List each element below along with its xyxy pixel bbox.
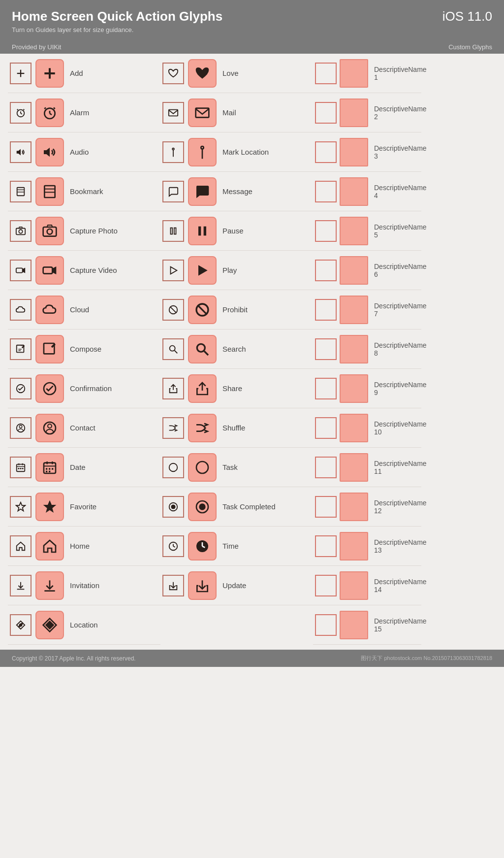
pause-label: Pause <box>222 227 244 235</box>
audio-label: Audio <box>70 148 89 156</box>
custom-sq-large-1 <box>340 59 368 88</box>
date-label: Date <box>70 463 86 471</box>
contact-icon-large <box>35 414 64 442</box>
svg-marker-62 <box>17 621 25 629</box>
prohibit-label: Prohibit <box>222 305 248 314</box>
custom-row-13: DescriptiveName 13 <box>313 527 421 566</box>
alarm-icon-large <box>35 99 64 127</box>
svg-marker-27 <box>23 267 25 273</box>
mark-location-label: Mark Location <box>222 148 269 156</box>
svg-point-23 <box>19 230 22 233</box>
location-icon-large <box>35 611 64 639</box>
svg-line-8 <box>24 109 25 110</box>
contact-icon-small <box>10 417 32 439</box>
mail-label: Mail <box>222 108 236 117</box>
play-icon-large <box>188 256 217 285</box>
header-subtitle: Turn on Guides layer set for size guidan… <box>12 26 492 33</box>
svg-point-79 <box>170 345 175 351</box>
glyph-row-date: Date <box>8 448 160 487</box>
home-icon-large <box>35 532 64 561</box>
glyph-row-compose: Compose <box>8 330 160 369</box>
svg-rect-56 <box>49 470 50 472</box>
custom-sq-large-8 <box>340 335 368 363</box>
custom-sq-large-2 <box>340 99 368 127</box>
glyph-row-mail: Mail <box>160 93 313 132</box>
custom-label-14: DescriptiveName 14 <box>374 578 427 594</box>
time-icon-large <box>188 532 217 561</box>
pause-icon-small <box>162 220 184 242</box>
invitation-icon-small <box>10 575 32 596</box>
confirmation-label: Confirmation <box>70 384 112 393</box>
glyph-row-share: Share <box>160 369 313 408</box>
custom-sq-small-1 <box>315 63 337 84</box>
svg-rect-45 <box>18 467 20 469</box>
share-icon-small <box>162 378 184 399</box>
svg-rect-72 <box>204 226 206 235</box>
custom-sq-small-9 <box>315 378 337 399</box>
svg-marker-58 <box>43 500 57 512</box>
custom-sq-large-13 <box>340 532 368 561</box>
custom-glyph-column: DescriptiveName 1 DescriptiveName 2 Desc… <box>313 54 421 645</box>
custom-sq-small-3 <box>315 141 337 163</box>
bookmark-label: Bookmark <box>70 187 103 196</box>
provided-by-label: Provided by UIKit <box>12 43 61 51</box>
glyph-row-play: Play <box>160 251 313 290</box>
home-label: Home <box>70 542 90 550</box>
glyph-row-time: Time <box>160 527 313 566</box>
svg-line-80 <box>175 350 178 353</box>
custom-row-1: DescriptiveName 1 <box>313 54 421 93</box>
date-icon-large <box>35 453 64 482</box>
svg-line-12 <box>44 107 46 109</box>
add-icon-large <box>35 59 64 88</box>
custom-row-10: DescriptiveName 10 <box>313 408 421 448</box>
svg-point-86 <box>171 504 175 509</box>
custom-sq-small-5 <box>315 220 337 242</box>
svg-marker-74 <box>198 265 208 275</box>
update-icon-large <box>188 571 217 600</box>
prohibit-icon-small <box>162 299 184 321</box>
custom-sq-small-7 <box>315 299 337 321</box>
task-label: Task <box>222 463 238 471</box>
confirmation-icon-small <box>10 378 32 399</box>
custom-sq-small-2 <box>315 102 337 124</box>
audio-icon-small <box>10 141 32 163</box>
confirmation-icon-large <box>35 374 64 403</box>
glyph-row-invitation: Invitation <box>8 566 160 605</box>
custom-row-5: DescriptiveName 5 <box>313 211 421 251</box>
love-label: Love <box>222 69 239 77</box>
glyph-row-favorite: Favorite <box>8 487 160 527</box>
custom-row-8: DescriptiveName 8 <box>313 330 421 369</box>
svg-rect-52 <box>46 468 47 469</box>
svg-rect-26 <box>16 268 23 272</box>
alarm-icon-small <box>10 102 32 124</box>
svg-line-11 <box>50 113 52 115</box>
glyph-row-update: Update <box>160 566 313 605</box>
love-icon-large <box>188 59 217 88</box>
glyph-row-task-completed: Task Completed <box>160 487 313 527</box>
header-title: Home Screen Quick Action Glyphs <box>12 9 222 24</box>
add-icon-small <box>10 63 32 84</box>
custom-sq-large-9 <box>340 374 368 403</box>
search-icon-small <box>162 338 184 360</box>
cloud-label: Cloud <box>70 305 89 314</box>
svg-rect-53 <box>49 468 50 469</box>
custom-label-11: DescriptiveName 11 <box>374 460 427 475</box>
svg-rect-54 <box>52 468 53 469</box>
pause-icon-large <box>188 217 217 245</box>
search-icon-large <box>188 335 217 363</box>
custom-row-14: DescriptiveName 14 <box>313 566 421 605</box>
custom-row-2: DescriptiveName 2 <box>313 93 421 132</box>
glyph-row-capture-video: Capture Video <box>8 251 160 290</box>
task-completed-icon-large <box>188 493 217 521</box>
capture-video-label: Capture Video <box>70 266 117 274</box>
capture-photo-icon-small <box>10 220 32 242</box>
bookmark-icon-large <box>35 177 64 206</box>
svg-line-91 <box>173 546 175 547</box>
svg-rect-69 <box>171 228 173 234</box>
svg-line-78 <box>198 305 207 314</box>
svg-rect-63 <box>169 109 178 116</box>
footer: Copyright © 2017 Apple Inc. All rights r… <box>0 650 504 667</box>
header: Home Screen Quick Action Glyphs iOS 11.0… <box>0 0 504 39</box>
task-icon-small <box>162 457 184 478</box>
custom-row-15: DescriptiveName 15 <box>313 605 421 645</box>
